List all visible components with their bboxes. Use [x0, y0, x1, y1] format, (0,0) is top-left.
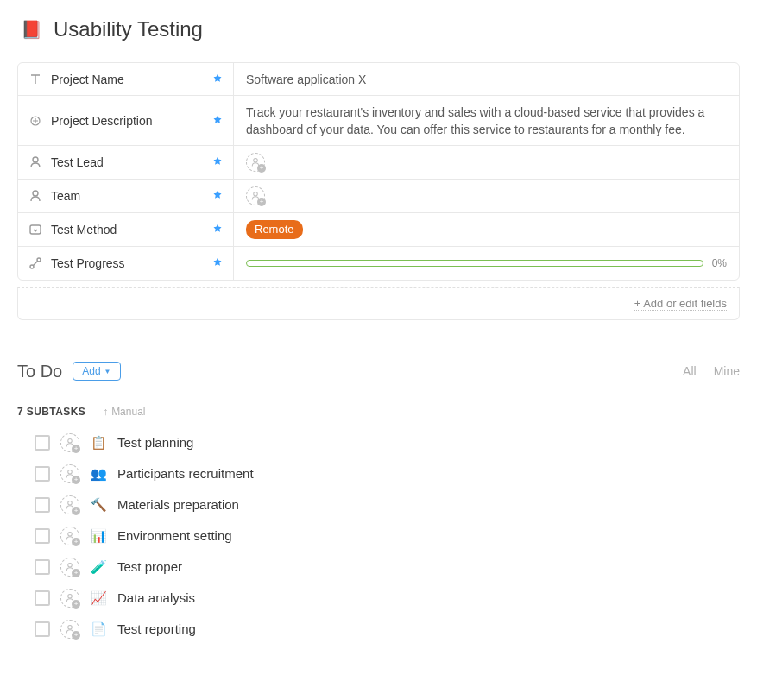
field-value[interactable]: [234, 146, 739, 179]
subtask-title: Test planning: [117, 435, 193, 450]
svg-point-10: [68, 501, 73, 505]
svg-point-13: [68, 594, 73, 598]
field-row-test-progress: Test Progress 0%: [18, 247, 739, 280]
field-label-cell: Test Lead: [18, 146, 234, 179]
assignee-placeholder-icon[interactable]: [60, 433, 79, 452]
subtask-count: 7 SUBTASKS: [17, 406, 85, 418]
field-row-test-lead: Test Lead: [18, 146, 739, 180]
person-icon: [28, 189, 42, 203]
assignee-placeholder-icon[interactable]: [60, 589, 79, 608]
subtask-title: Participants recruitment: [117, 466, 254, 481]
field-label-cell: Project Description: [18, 96, 234, 145]
subtask-emoji: 🔨: [90, 497, 107, 513]
pin-icon[interactable]: [212, 113, 223, 129]
assignee-placeholder-icon[interactable]: [246, 186, 265, 205]
add-button-label: Add: [82, 365, 100, 377]
svg-point-14: [68, 625, 73, 629]
subtask-title: Test proper: [117, 559, 182, 574]
assignee-placeholder-icon[interactable]: [60, 558, 79, 577]
subtask-checkbox[interactable]: [35, 497, 50, 513]
subtask-item[interactable]: 📋 Test planning: [35, 433, 740, 452]
field-label: Test Progress: [51, 256, 125, 270]
field-row-project-name: Project Name Software application X: [18, 63, 739, 96]
description-icon: [28, 114, 42, 128]
text-icon: [28, 73, 42, 86]
subtask-item[interactable]: 📊 Environment setting: [35, 527, 740, 545]
field-value[interactable]: 0%: [234, 247, 739, 280]
subtask-checkbox[interactable]: [35, 528, 50, 544]
subtask-list: 📋 Test planning 👥 Participants recruitme…: [17, 433, 740, 639]
field-label: Test Lead: [51, 155, 104, 169]
assignee-placeholder-icon[interactable]: [60, 527, 79, 545]
field-label-cell: Test Method: [18, 213, 234, 246]
field-value[interactable]: Software application X: [234, 63, 739, 95]
svg-rect-5: [30, 225, 41, 234]
svg-point-3: [33, 191, 38, 196]
subtask-checkbox[interactable]: [35, 559, 50, 575]
sort-button[interactable]: ↑ Manual: [103, 406, 145, 418]
field-value[interactable]: Remote: [234, 213, 739, 246]
detail-table: Project Name Software application X Proj…: [17, 62, 740, 281]
subtask-emoji: 📈: [90, 590, 107, 606]
subtask-checkbox[interactable]: [35, 590, 50, 606]
field-label: Project Description: [51, 114, 153, 128]
add-edit-fields-link[interactable]: + Add or edit fields: [634, 297, 727, 311]
subtask-item[interactable]: 🔨 Materials preparation: [35, 495, 740, 514]
svg-point-2: [254, 159, 258, 163]
svg-point-1: [33, 157, 38, 162]
field-value[interactable]: [234, 180, 739, 212]
pin-icon[interactable]: [212, 255, 223, 271]
field-label-cell: Team: [18, 180, 234, 212]
person-icon: [28, 155, 42, 169]
subtask-title: Environment setting: [117, 528, 232, 543]
subtask-item[interactable]: 📈 Data analysis: [35, 589, 740, 608]
subtask-checkbox[interactable]: [35, 621, 50, 637]
sort-label: Manual: [111, 406, 145, 418]
assignee-placeholder-icon[interactable]: [60, 620, 79, 639]
todo-header: To Do Add ▼ All Mine: [17, 362, 740, 382]
progress-bar: [246, 260, 703, 267]
page-header: 📕 Usability Testing: [17, 17, 740, 41]
progress-percent: 0%: [712, 257, 727, 269]
subtask-emoji: 📄: [90, 621, 107, 637]
arrow-up-icon: ↑: [103, 406, 108, 418]
subtask-emoji: 👥: [90, 466, 107, 482]
todo-title: To Do: [17, 362, 62, 382]
subtask-emoji: 🧪: [90, 559, 107, 575]
field-row-project-description: Project Description Track your restauran…: [18, 96, 739, 146]
svg-point-11: [68, 532, 73, 536]
subtask-emoji: 📋: [90, 435, 107, 451]
chevron-down-icon: ▼: [104, 368, 111, 375]
dropdown-icon: [28, 223, 42, 236]
field-value[interactable]: Track your restaurant's inventory and sa…: [234, 96, 739, 145]
svg-point-9: [68, 470, 73, 474]
assignee-placeholder-icon[interactable]: [60, 495, 79, 514]
field-label-cell: Test Progress: [18, 247, 234, 280]
pin-icon[interactable]: [212, 72, 223, 87]
page-icon: 📕: [21, 19, 41, 40]
field-label: Team: [51, 189, 80, 203]
progress-icon: [28, 256, 42, 270]
subtask-item[interactable]: 📄 Test reporting: [35, 620, 740, 639]
pin-icon[interactable]: [212, 155, 223, 170]
subtask-item[interactable]: 👥 Participants recruitment: [35, 464, 740, 483]
add-button[interactable]: Add ▼: [73, 362, 120, 381]
subtask-item[interactable]: 🧪 Test proper: [35, 558, 740, 577]
add-fields-row: + Add or edit fields: [17, 287, 740, 320]
svg-point-12: [68, 563, 73, 567]
filter-all[interactable]: All: [683, 364, 697, 378]
badge-remote[interactable]: Remote: [246, 220, 303, 239]
subtask-title: Data analysis: [117, 590, 195, 605]
pin-icon[interactable]: [212, 222, 223, 237]
filter-mine[interactable]: Mine: [714, 364, 740, 378]
svg-point-8: [68, 438, 73, 443]
subtask-emoji: 📊: [90, 528, 107, 544]
svg-point-4: [254, 192, 258, 197]
pin-icon[interactable]: [212, 188, 223, 204]
assignee-placeholder-icon[interactable]: [60, 464, 79, 483]
assignee-placeholder-icon[interactable]: [246, 153, 265, 172]
subtask-checkbox[interactable]: [35, 466, 50, 482]
subtask-checkbox[interactable]: [35, 435, 50, 451]
todo-section: To Do Add ▼ All Mine 7 SUBTASKS ↑ Manual…: [17, 362, 740, 639]
subtask-title: Test reporting: [117, 621, 196, 636]
